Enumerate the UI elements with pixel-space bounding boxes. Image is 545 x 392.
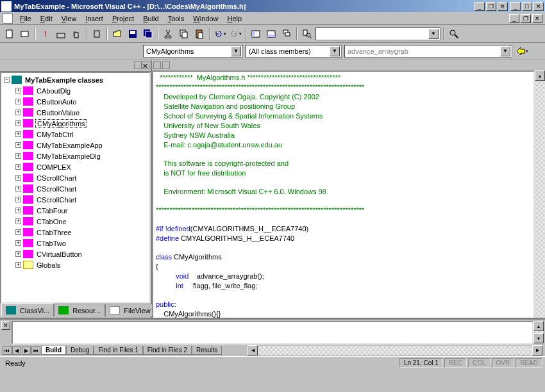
tree-item[interactable]: +CButtonAuto — [3, 96, 148, 107]
tree-item[interactable]: +CTabOne — [3, 216, 148, 227]
tree-expand-icon[interactable]: + — [15, 131, 21, 137]
tree-expand-icon[interactable]: + — [15, 153, 21, 159]
tree-item[interactable]: +CAboutDlg — [3, 85, 148, 96]
dropdown-icon[interactable]: ▼ — [428, 29, 439, 39]
tab-fileview[interactable]: FileView — [105, 304, 155, 316]
tree-expand-icon[interactable]: + — [15, 240, 21, 246]
redo-button[interactable]: ▾ — [228, 27, 242, 41]
tree-item[interactable]: +CButtonValue — [3, 107, 148, 118]
tree-item[interactable]: +CMyTabExampleApp — [3, 140, 148, 151]
tree-item[interactable]: +CScrollChart — [3, 183, 148, 194]
code-editor[interactable]: ************ MyAlgorithms.h ************… — [152, 70, 535, 331]
menu-build[interactable]: Build — [138, 13, 163, 24]
menu-help[interactable]: Help — [222, 13, 246, 24]
mdi-restore-button[interactable]: ❐ — [486, 2, 496, 11]
window-list-button[interactable] — [280, 27, 294, 41]
find-combo[interactable]: ▼ — [315, 28, 440, 40]
class-tree[interactable]: −MyTabExample classes+CAboutDlg+CButtonA… — [0, 72, 151, 304]
tree-item[interactable]: +CTabThree — [3, 227, 148, 238]
tree-item[interactable]: +CTabFour — [3, 205, 148, 216]
output-text[interactable] — [12, 321, 533, 345]
undo-button[interactable]: ▾ — [213, 27, 227, 41]
tree-expand-icon[interactable]: + — [15, 142, 21, 148]
tree-expand-icon[interactable]: + — [15, 218, 21, 224]
tree-expand-icon[interactable]: + — [15, 99, 21, 104]
tab-classview[interactable]: ClassVi... — [1, 304, 54, 316]
compile-button[interactable]: ! — [38, 27, 53, 41]
tree-collapse-icon[interactable]: − — [4, 77, 10, 83]
stop-build-button[interactable] — [69, 27, 83, 41]
tree-item[interactable]: +CMyTabExampleDlg — [3, 151, 148, 161]
menu-insert[interactable]: Insert — [81, 13, 108, 24]
tab-nav-prev[interactable]: ◀ — [12, 346, 21, 355]
tree-expand-icon[interactable]: + — [15, 229, 21, 235]
menu-view[interactable]: View — [57, 13, 81, 24]
mdi-minimize-button[interactable]: _ — [474, 2, 485, 11]
tree-item[interactable]: +CVirtualButton — [3, 249, 148, 259]
build-button[interactable] — [54, 27, 68, 41]
output-vscrollbar[interactable]: ▲ ▼ — [533, 321, 544, 343]
find-in-files-button[interactable] — [300, 27, 314, 41]
tab-nav-next[interactable]: ▶ — [22, 346, 31, 355]
split-button-2[interactable] — [162, 61, 170, 69]
menu-project[interactable]: Project — [108, 13, 138, 24]
mdi-close-button[interactable]: ✕ — [498, 2, 508, 11]
sidebar-dock-button[interactable] — [134, 61, 142, 69]
menu-window[interactable]: Window — [189, 13, 222, 24]
menu-edit[interactable]: Edit — [36, 13, 57, 24]
tree-expand-icon[interactable]: + — [15, 110, 21, 115]
tree-item[interactable]: +CMyAlgorithms — [3, 118, 148, 129]
dropdown-icon[interactable]: ▼ — [330, 46, 340, 56]
maximize-button[interactable]: □ — [522, 2, 532, 11]
paste-button[interactable] — [192, 27, 206, 41]
split-button-1[interactable] — [153, 61, 161, 69]
cut-button[interactable] — [162, 27, 176, 41]
tree-item[interactable]: +Globals — [3, 259, 148, 270]
copy-button[interactable] — [177, 27, 191, 41]
tab-nav-first[interactable]: ⏮ — [3, 346, 12, 355]
sidebar-close-button[interactable]: ✕ — [142, 61, 149, 69]
tree-expand-icon[interactable]: + — [15, 186, 21, 192]
scroll-up-icon[interactable]: ▲ — [535, 70, 545, 81]
tab-resourceview[interactable]: Resour... — [54, 304, 105, 316]
dropdown-icon[interactable]: ▼ — [231, 46, 241, 56]
tree-expand-icon[interactable]: + — [15, 175, 21, 181]
tree-expand-icon[interactable]: + — [15, 88, 21, 94]
tree-expand-icon[interactable]: + — [15, 262, 21, 268]
tree-item[interactable]: +CTabTwo — [3, 238, 148, 249]
mdi-system-icon[interactable] — [3, 13, 13, 24]
hscroll-right-icon[interactable]: ▶ — [532, 345, 542, 355]
tree-expand-icon[interactable]: + — [15, 164, 21, 170]
output-close-button[interactable]: ✕ — [1, 321, 10, 330]
save-all-button[interactable] — [141, 27, 155, 41]
wizard-action-button[interactable]: ▾ — [515, 44, 529, 58]
tree-expand-icon[interactable]: + — [15, 251, 21, 257]
tree-item[interactable]: +COMPLEX — [3, 161, 148, 172]
hscroll-left-icon[interactable]: ◀ — [247, 345, 258, 355]
function-combo[interactable]: advance_arraygrab ▼ — [344, 45, 512, 58]
tree-expand-icon[interactable]: + — [15, 197, 21, 202]
save-button[interactable] — [126, 27, 140, 41]
mdi-child-close[interactable]: ✕ — [532, 14, 542, 23]
tree-root-label[interactable]: MyTabExample classes — [24, 76, 105, 84]
close-button[interactable]: ✕ — [533, 2, 544, 11]
tree-item[interactable]: +CMyTabCtrl — [3, 129, 148, 140]
tree-expand-icon[interactable]: + — [15, 208, 21, 213]
output-tab-build[interactable]: Build — [41, 346, 66, 355]
mdi-child-minimize[interactable]: _ — [509, 14, 519, 23]
output-tab-find-in-files-2[interactable]: Find in Files 2 — [143, 346, 192, 355]
menu-file[interactable]: File — [15, 13, 36, 24]
open-button[interactable] — [110, 27, 124, 41]
editor-vscrollbar[interactable]: ▲ ▼ — [535, 70, 545, 331]
tree-root[interactable]: −MyTabExample classes — [3, 74, 148, 85]
tab-nav-last[interactable]: ⏭ — [31, 346, 40, 355]
tree-item[interactable]: +CScrollChart — [3, 172, 148, 183]
class-combo[interactable]: CMyAlgorithms ▼ — [143, 45, 243, 58]
tree-expand-icon[interactable]: + — [15, 120, 21, 126]
minimize-button[interactable]: _ — [510, 2, 521, 11]
find-button[interactable] — [447, 27, 461, 41]
workspace-button[interactable] — [249, 27, 263, 41]
dropdown-icon[interactable]: ▼ — [500, 46, 510, 56]
output-tab-find-in-files-1[interactable]: Find in Files 1 — [94, 346, 142, 355]
scroll-up-icon[interactable]: ▲ — [533, 321, 544, 331]
